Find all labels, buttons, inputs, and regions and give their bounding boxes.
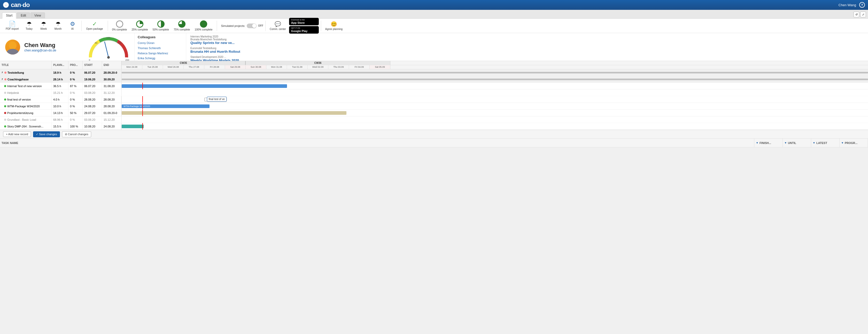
row-7-plan: 14.13 h <box>52 110 68 116</box>
refresh-button[interactable]: ↺ <box>854 12 859 17</box>
tab-start[interactable]: Start <box>2 12 16 19</box>
row-4-title-cell[interactable]: Helpdesk <box>0 89 52 96</box>
filter-icon-finish[interactable]: ▼ <box>756 142 758 144</box>
row-9-bar-area <box>122 123 868 129</box>
open-package-button[interactable]: ✓ Open package <box>84 20 106 31</box>
row-7-title-cell[interactable]: Projektunterstützung <box>0 110 52 116</box>
ai-icon: ⚙ <box>70 21 75 27</box>
filter-icon-until[interactable]: ▼ <box>784 142 787 144</box>
ai-button[interactable]: ⚙ AI <box>66 20 79 31</box>
row-5-bar-area: final test of ve <box>122 96 868 103</box>
today-line-9 <box>142 123 143 129</box>
row-3-title-cell[interactable]: Internal Test of new version <box>0 83 52 89</box>
task-col-finish: ▼ FINISH... <box>754 139 783 147</box>
task-table-header: TASK NAME ▼ FINISH... ▼ UNTIL ▼ LATEST ▼… <box>0 139 868 147</box>
colleague-3[interactable]: Erika Schiegg <box>138 56 183 61</box>
google-play-badge[interactable]: GET IT ON Google Play <box>289 26 319 34</box>
save-changes-button[interactable]: ✓ Save changes <box>33 131 60 137</box>
comm-center-label: Comm. center <box>270 28 286 31</box>
row-1-title-cell[interactable]: Teststellung <box>0 69 52 76</box>
project-0: Internes Marketing 2020 Brunata Muenchen… <box>190 35 864 45</box>
svg-point-1 <box>107 56 110 59</box>
row-8-pro: 0 % <box>68 116 83 123</box>
row-3-bar <box>122 84 287 88</box>
col-header-pro: PRO... <box>68 61 83 69</box>
top-bar: ⌂ can-do Chen Wang ? <box>0 0 868 10</box>
pdf-export-button[interactable]: 📄 PDF export <box>3 20 22 31</box>
add-record-button[interactable]: + Add new record <box>3 131 31 137</box>
row-2-title-cell[interactable]: Coachingphase <box>0 76 52 83</box>
row-3-plan: 36.5 h <box>52 83 68 89</box>
row-6-bar-area: WTM-Package W34/2020 <box>122 103 868 109</box>
week-button[interactable]: ☂ Week <box>37 20 51 31</box>
month-button[interactable]: ☂ Month <box>52 20 65 31</box>
row-5-title-cell[interactable]: final test of version <box>0 96 52 103</box>
row-5-plan: 4.0 h <box>52 96 68 103</box>
row-7-pro: 50 % <box>68 110 83 116</box>
complete-75-button[interactable]: 75% complete <box>172 20 192 32</box>
filter-icon-progress[interactable]: ▼ <box>841 142 844 144</box>
avatar-body <box>7 49 19 55</box>
week-cw36: CW36 <box>246 61 390 65</box>
simulated-projects-toggle[interactable] <box>247 24 256 28</box>
avatar <box>5 39 20 55</box>
complete-75-circle <box>178 21 185 28</box>
gantt-row-3: Internal Test of new version 36.5 h 87 %… <box>0 83 868 89</box>
project-0-title[interactable]: Quality Sprints for new ve... <box>190 41 864 45</box>
filter-icon-latest[interactable]: ▼ <box>813 142 815 144</box>
row-7-title: Projektunterstützung <box>7 112 33 115</box>
help-button[interactable]: ? <box>859 2 865 8</box>
row-9-plan: 15.5 h <box>52 123 68 129</box>
complete-25-button[interactable]: 25% complete <box>129 20 150 32</box>
colleague-2[interactable]: Rebeca Sango Martinez <box>138 51 183 56</box>
gantt-left-row-5: final test of version 4.0 h 0 % 28.08.20… <box>0 96 122 103</box>
dot-6 <box>4 105 6 107</box>
project-0-subtitle: Brunata Muenchen Teststellung <box>190 38 864 41</box>
divider-5 <box>321 21 321 31</box>
cancel-changes-button[interactable]: ⊘ Cancel changes <box>62 131 91 137</box>
tab-view[interactable]: View <box>30 12 45 18</box>
gantt-day-row: Mon 24.08 Tue 25.08 Wed 26.08 Thu 27.08 … <box>122 65 868 69</box>
colleague-0[interactable]: Conny Düran <box>138 40 183 46</box>
complete-50-button[interactable]: 50% complete <box>151 20 171 32</box>
comm-center-button[interactable]: 💬 Comm. center <box>268 20 288 32</box>
complete-100-button[interactable]: 100% complete <box>193 20 215 32</box>
gantt-container: TITLE PLANN... PRO... START END CW35 CW3… <box>0 61 868 130</box>
row-9-title-cell[interactable]: Story DMP-264 : Screensh... <box>0 123 52 129</box>
month-icon: ☂ <box>56 21 61 27</box>
row-1-start: 06.07.20 <box>83 69 102 76</box>
app-store-badge[interactable]: Download on the App Store <box>289 18 319 25</box>
row-2-pro: 0 % <box>68 76 83 83</box>
row-4-plan: 15.21 h <box>52 89 68 96</box>
dot-3 <box>4 85 6 87</box>
profile-email[interactable]: chen.wang@can-do.de <box>24 49 56 52</box>
gantt-row-7: Projektunterstützung 14.13 h 50 % 29.07.… <box>0 110 868 116</box>
row-9-pro: 100 % <box>68 123 83 129</box>
svg-text:150: 150 <box>118 41 121 44</box>
project-1-title[interactable]: Brunata HH und Huerth Rollout <box>190 50 864 54</box>
row-8-title-cell[interactable]: Grundlast - Basic Load <box>0 116 52 123</box>
agree-planning-icon: 😊 <box>331 21 337 27</box>
task-col-name: TASK NAME <box>0 139 754 147</box>
tab-edit[interactable]: Edit <box>17 12 30 18</box>
row-4-end: 31.12.20 <box>102 89 121 96</box>
row-3-bar-area <box>122 83 868 89</box>
row-8-end: 15.12.20 <box>102 116 121 123</box>
simulated-projects-area: Simulated projects: OFF <box>221 24 264 28</box>
today-button[interactable]: ☂ Today <box>23 20 36 31</box>
row-3-pro: 87 % <box>68 83 83 89</box>
task-col-name-label: TASK NAME <box>2 142 18 145</box>
complete-0-button[interactable]: 0% complete <box>110 20 129 32</box>
agree-planning-button[interactable]: 😊 Agree planning <box>323 20 345 32</box>
colleague-1[interactable]: Thomas Schlereth <box>138 46 183 51</box>
row-6-title-cell[interactable]: WTM-Package W34/2020 <box>0 103 52 109</box>
project-1: Euromobil Teststellung Brunata HH und Hu… <box>190 47 864 54</box>
expand-icon-1 <box>2 71 3 73</box>
project-0-category: Internes Marketing 2020 <box>190 35 864 38</box>
simulated-projects-label: Simulated projects: <box>221 24 245 27</box>
day-6: Sun 30.08 <box>246 65 266 69</box>
day-1: Tue 25.08 <box>142 65 163 69</box>
home-icon[interactable]: ⌂ <box>3 2 9 8</box>
day-11: Fri 04.09 <box>349 65 370 69</box>
expand-button[interactable]: ⤢ <box>860 12 866 17</box>
